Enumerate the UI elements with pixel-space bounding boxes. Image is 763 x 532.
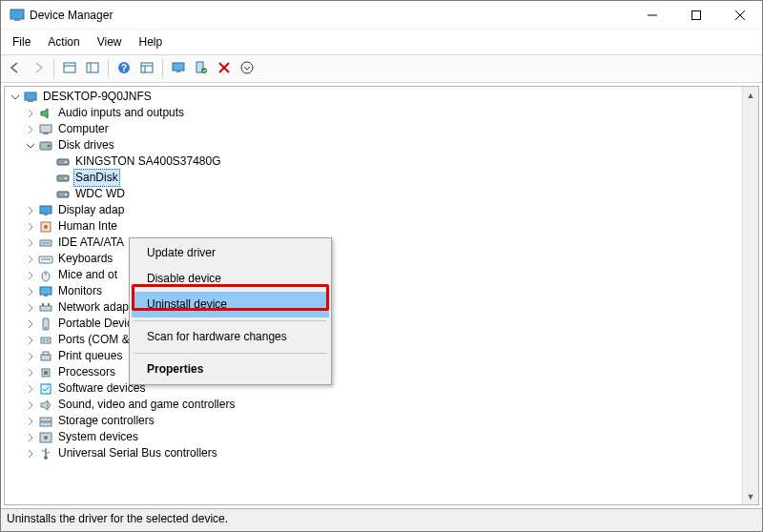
pane-icon bbox=[63, 61, 76, 77]
tree-node[interactable]: Audio inputs and outputs bbox=[7, 105, 742, 121]
toolbar-monitor-button[interactable] bbox=[168, 58, 189, 79]
menu-file[interactable]: File bbox=[10, 33, 32, 51]
minimize-button[interactable] bbox=[630, 1, 674, 30]
expand-icon[interactable] bbox=[24, 382, 37, 396]
expand-icon[interactable] bbox=[24, 236, 37, 250]
pane3-icon bbox=[140, 61, 154, 77]
tree-node-label: Storage controllers bbox=[56, 413, 156, 429]
menu-action[interactable]: Action bbox=[46, 33, 81, 51]
tree-child-node[interactable]: WDC WD bbox=[7, 186, 742, 202]
toolbar-remove-button[interactable] bbox=[214, 58, 235, 79]
menu-help[interactable]: Help bbox=[137, 33, 165, 51]
keyboard-icon bbox=[38, 252, 53, 267]
svg-rect-60 bbox=[40, 422, 52, 426]
storage-icon bbox=[38, 414, 53, 429]
expand-icon[interactable] bbox=[24, 139, 37, 153]
expand-icon[interactable] bbox=[24, 447, 37, 460]
expand-icon[interactable] bbox=[24, 431, 37, 444]
vertical-scrollbar[interactable]: ▲ ▼ bbox=[742, 87, 758, 504]
disk-icon bbox=[38, 138, 53, 153]
ide-icon bbox=[38, 235, 53, 251]
tree-child-label: KINGSTON SA400S37480G bbox=[73, 153, 223, 170]
tree-child-node[interactable]: SanDisk bbox=[7, 170, 742, 186]
ctx-scan-hardware[interactable]: Scan for hardware changes bbox=[132, 324, 329, 350]
tree-node[interactable]: System devices bbox=[7, 429, 742, 445]
ctx-update-driver[interactable]: Update driver bbox=[132, 240, 329, 266]
toolbar-back-button[interactable] bbox=[5, 58, 26, 79]
tree-root[interactable]: DESKTOP-9Q0JNFS bbox=[7, 89, 742, 105]
svg-rect-32 bbox=[57, 192, 69, 197]
svg-point-37 bbox=[44, 225, 48, 229]
computer-icon bbox=[38, 122, 53, 137]
tree-node[interactable]: Disk drives bbox=[7, 137, 742, 153]
toolbar-scan-button[interactable] bbox=[191, 58, 212, 79]
tree-child-node[interactable]: KINGSTON SA400S37480G bbox=[7, 153, 742, 170]
tree-node[interactable]: Portable Devices bbox=[7, 316, 742, 332]
expand-icon[interactable] bbox=[24, 285, 37, 298]
circle-down-icon bbox=[240, 61, 254, 77]
expand-icon[interactable] bbox=[24, 269, 37, 282]
tree-node[interactable]: Monitors bbox=[7, 283, 742, 299]
svg-rect-8 bbox=[87, 63, 98, 72]
tree-node[interactable]: Sound, video and game controllers bbox=[7, 397, 742, 413]
tree-node-label: Mice and ot bbox=[56, 267, 119, 283]
expand-icon[interactable] bbox=[24, 123, 37, 136]
expand-icon[interactable] bbox=[24, 399, 37, 412]
toolbar-extra-button[interactable] bbox=[237, 58, 258, 79]
toolbar-separator bbox=[162, 59, 163, 78]
tree-node-label: Monitors bbox=[56, 283, 104, 299]
tree-node-label: Print queues bbox=[56, 348, 124, 364]
device-tree[interactable]: DESKTOP-9Q0JNFS Audio inputs and outputs… bbox=[5, 87, 742, 504]
toolbar-pane2-button[interactable] bbox=[82, 58, 103, 79]
tree-node[interactable]: Network adapters bbox=[7, 299, 742, 316]
tree-node[interactable]: Keyboards bbox=[7, 251, 742, 267]
computer-icon bbox=[23, 90, 38, 105]
expand-icon[interactable] bbox=[24, 107, 37, 120]
svg-rect-58 bbox=[41, 384, 51, 394]
tree-node-label: Keyboards bbox=[56, 251, 114, 267]
tree-node[interactable]: Human Inte bbox=[7, 218, 742, 235]
usb-icon bbox=[38, 446, 53, 461]
tree-node[interactable]: IDE ATA/ATA bbox=[7, 235, 742, 251]
ctx-uninstall-device[interactable]: Uninstall device bbox=[132, 292, 329, 317]
expand-icon[interactable] bbox=[24, 301, 37, 315]
tree-node[interactable]: Mice and ot bbox=[7, 267, 742, 283]
expand-icon[interactable] bbox=[24, 220, 37, 234]
tree-node[interactable]: Computer bbox=[7, 121, 742, 137]
tree-node[interactable]: Universal Serial Bus controllers bbox=[7, 445, 742, 461]
toolbar-pane3-button[interactable] bbox=[136, 58, 157, 79]
tree-node-label: Audio inputs and outputs bbox=[56, 105, 186, 121]
context-menu: Update driver Disable device Uninstall d… bbox=[129, 237, 332, 385]
svg-point-31 bbox=[65, 177, 67, 179]
close-button[interactable] bbox=[718, 1, 762, 30]
scroll-down-icon[interactable]: ▼ bbox=[743, 488, 758, 504]
collapse-icon[interactable] bbox=[9, 91, 22, 104]
tree-node[interactable]: Storage controllers bbox=[7, 413, 742, 429]
toolbar-forward-button[interactable] bbox=[28, 58, 49, 79]
tree-node[interactable]: Ports (COM & LPT) bbox=[7, 332, 742, 348]
toolbar-pane1-button[interactable] bbox=[59, 58, 80, 79]
svg-rect-16 bbox=[176, 71, 180, 72]
scroll-up-icon[interactable]: ▲ bbox=[743, 87, 758, 103]
tree-node[interactable]: Display adap bbox=[7, 202, 742, 218]
ctx-disable-device[interactable]: Disable device bbox=[132, 266, 329, 292]
tree-node[interactable]: Processors bbox=[7, 364, 742, 380]
svg-point-62 bbox=[44, 436, 48, 440]
menu-view[interactable]: View bbox=[95, 33, 124, 51]
expand-icon[interactable] bbox=[24, 204, 37, 217]
expand-icon[interactable] bbox=[24, 415, 37, 428]
audio-icon bbox=[38, 106, 53, 121]
svg-rect-24 bbox=[40, 125, 52, 133]
expand-icon[interactable] bbox=[24, 334, 37, 347]
toolbar-help-button[interactable]: ? bbox=[113, 58, 134, 79]
expand-icon[interactable] bbox=[24, 317, 37, 331]
expand-icon[interactable] bbox=[24, 253, 37, 266]
tree-node[interactable]: Software devices bbox=[7, 380, 742, 397]
maximize-button[interactable] bbox=[674, 1, 718, 30]
svg-point-21 bbox=[241, 62, 253, 73]
expand-icon[interactable] bbox=[24, 366, 37, 379]
ctx-properties[interactable]: Properties bbox=[132, 357, 329, 382]
window-title: Device Manager bbox=[28, 9, 113, 22]
expand-icon[interactable] bbox=[24, 350, 37, 363]
tree-node[interactable]: Print queues bbox=[7, 348, 742, 364]
